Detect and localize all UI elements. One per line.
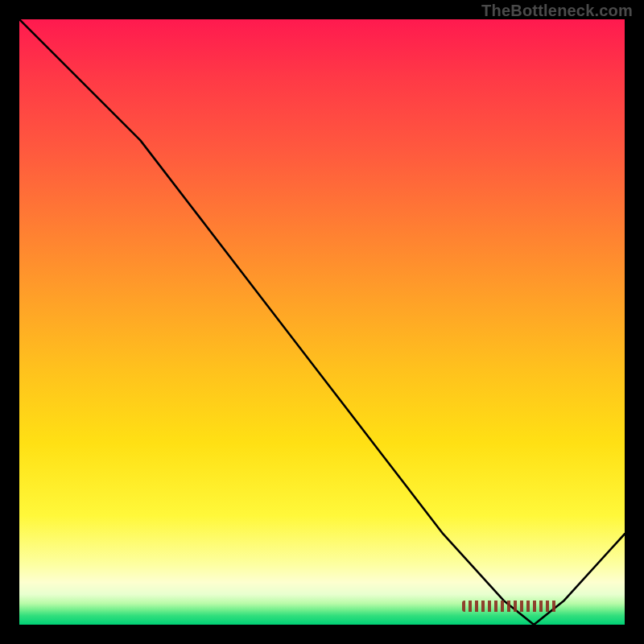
baseline-marker [462,601,559,612]
value-curve [19,19,625,625]
plot-area [19,19,625,625]
watermark-text: TheBottleneck.com [481,2,633,20]
plot-outer [19,19,625,625]
chart-frame: TheBottleneck.com [0,0,644,644]
baseline-marker-strip [462,601,559,612]
curve-layer [19,19,625,625]
